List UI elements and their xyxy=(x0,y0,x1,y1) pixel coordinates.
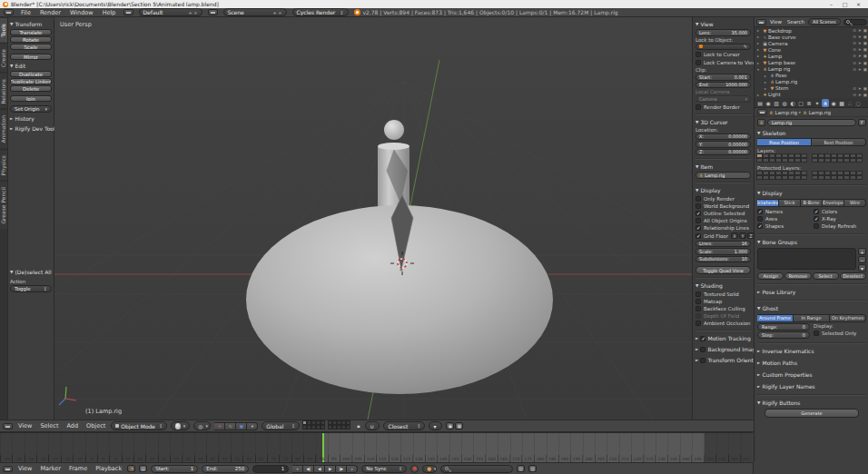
bone-group-specials-button[interactable]: ▾ xyxy=(858,264,866,272)
outliner-row[interactable]: ▸ ☀ Light ⊙➤▣ xyxy=(755,92,868,98)
clip-end-field[interactable]: End:1000.000 xyxy=(695,82,751,89)
display-checkbox[interactable]: All Object Origins xyxy=(695,217,751,224)
viewport-shading-select[interactable]: ▾ xyxy=(171,421,190,430)
lock-camera-checkbox[interactable]: Lock Camera to View xyxy=(695,59,751,66)
layer-cell[interactable] xyxy=(782,158,788,163)
editor-type-icon[interactable] xyxy=(757,109,767,115)
datablock-name-field[interactable]: Lamp.rig xyxy=(767,119,856,126)
insert-keyframe-icon[interactable]: ▨ xyxy=(517,465,525,472)
mirror-button[interactable]: Mirror xyxy=(10,54,52,60)
outliner-row[interactable]: ▾ ⋔ Lamp rig ⊙➤▣ xyxy=(755,66,868,73)
playback-button[interactable]: ◀| xyxy=(303,465,314,473)
bone-groups-list[interactable] xyxy=(757,248,856,270)
menu-item[interactable]: File xyxy=(19,9,33,16)
collapsed-panel-header[interactable]: ►Background Images xyxy=(695,346,751,352)
outliner-search-input[interactable] xyxy=(843,19,867,25)
grid-slider[interactable]: Lines:16 xyxy=(695,241,751,248)
history-panel-header[interactable]: ►History xyxy=(10,115,52,122)
ghost-mode-button[interactable]: In Range xyxy=(794,314,830,322)
bone-group-action-button[interactable]: Deselect xyxy=(840,272,866,280)
transform-panel-header[interactable]: ▼Transform xyxy=(10,21,52,27)
layer-cell[interactable] xyxy=(812,158,818,163)
layer-cell[interactable] xyxy=(843,158,850,163)
lens-slider[interactable]: Lens:35.000 xyxy=(695,29,751,36)
view3d-menu[interactable]: Object xyxy=(84,422,107,430)
end-frame-field[interactable]: End:250 xyxy=(202,465,249,473)
timeline-menu[interactable]: Marker xyxy=(38,465,62,472)
display-option-checkbox[interactable]: Axes xyxy=(757,215,810,222)
viewport-3d[interactable]: User Persp (1) Lamp.rig xyxy=(54,17,692,420)
pose-mode-button[interactable]: Rest Position xyxy=(812,138,866,146)
join-button[interactable]: Join xyxy=(10,95,52,102)
toolshelf-button[interactable]: Duplicate xyxy=(10,71,52,77)
playback-button[interactable]: ◀ xyxy=(314,465,325,473)
set-origin-menu[interactable]: Set Origin▾ xyxy=(10,105,52,113)
layer-cell[interactable] xyxy=(843,175,850,180)
layer-cell[interactable] xyxy=(831,158,837,163)
outliner-row[interactable]: ▸ ▣ Camera ⊙➤▣ xyxy=(755,40,868,46)
axis-toggle[interactable]: Z xyxy=(747,232,754,239)
cursor-location-field[interactable]: Z:0.00000 xyxy=(695,149,751,156)
layer-cell[interactable] xyxy=(769,175,775,180)
bone-groups-panel-header[interactable]: ▼Bone Groups xyxy=(757,239,866,245)
outliner-row[interactable]: ▸ ▼ Lamp base ⊙➤▣ xyxy=(755,59,868,65)
toolshelf-button[interactable]: Duplicate Linked xyxy=(10,78,52,84)
layer-cell[interactable] xyxy=(788,158,794,163)
scene-select[interactable]: Scene+ × xyxy=(223,8,287,16)
view3d-menu[interactable]: Add xyxy=(65,422,81,430)
editor-type-icon[interactable] xyxy=(756,19,766,25)
bone-group-action-button[interactable]: Assign xyxy=(757,272,784,280)
timeline-menu[interactable]: View xyxy=(16,465,34,472)
properties-tab-icon[interactable]: ◌ xyxy=(854,99,862,107)
ghost-panel-header[interactable]: ▼Ghost xyxy=(757,305,866,311)
toolshelf-tab[interactable]: Physics xyxy=(0,149,7,181)
properties-tab-icon[interactable]: ◉ xyxy=(830,99,837,107)
outliner-scope-select[interactable]: All Scenes↕ xyxy=(808,18,841,25)
display-panel-header[interactable]: ▼Display xyxy=(695,187,751,193)
collapsed-panel-header[interactable]: ►Custom Properties xyxy=(757,371,866,378)
pivot-center-select[interactable]: ◎▾ xyxy=(193,421,211,430)
display-option-checkbox[interactable]: X-Ray xyxy=(814,215,866,222)
start-frame-field[interactable]: Start:1 xyxy=(151,465,198,473)
layer-cell[interactable] xyxy=(824,175,831,180)
display-checkbox[interactable]: Outline Selected xyxy=(695,210,751,217)
close-button[interactable]: × xyxy=(852,1,865,7)
screen-layout-icon[interactable] xyxy=(123,9,133,15)
mode-select[interactable]: Object Mode↕ xyxy=(111,421,167,430)
layer-cell[interactable] xyxy=(775,158,782,163)
display-panel-header[interactable]: ▼Display xyxy=(757,190,866,196)
layer-cell[interactable] xyxy=(756,158,763,163)
grid-floor-checkbox[interactable]: Grid Floor XYZ xyxy=(695,232,751,240)
ghost-step-slider[interactable]: Step:0 xyxy=(757,331,810,339)
playback-button[interactable]: « xyxy=(292,465,303,473)
scene-icon[interactable] xyxy=(208,9,218,15)
playback-button[interactable]: » xyxy=(347,465,358,473)
generate-button[interactable]: Generate xyxy=(764,409,859,418)
snap-toggle[interactable]: ∪ xyxy=(365,421,380,430)
manipulator-icon[interactable]: ↻ xyxy=(225,422,236,430)
delete-keyframe-icon[interactable]: ▧ xyxy=(528,465,537,472)
layer-cell[interactable] xyxy=(812,175,818,180)
shading-checkbox[interactable]: Backface Culling xyxy=(695,305,751,312)
shading-panel-header[interactable]: ▼Shading xyxy=(695,282,751,289)
layer-cell[interactable] xyxy=(801,175,807,180)
add-bone-group-button[interactable]: + xyxy=(858,248,866,255)
grid-slider[interactable]: Scale:1.000 xyxy=(695,248,751,255)
ghost-mode-button[interactable]: On Keyframes xyxy=(830,314,866,322)
toolshelf-tab[interactable]: Animation xyxy=(0,109,7,149)
toolshelf-tab[interactable]: Tools xyxy=(0,17,7,43)
bone-group-action-button[interactable]: Remove xyxy=(784,272,811,280)
properties-tab-icon[interactable]: ✦ xyxy=(814,99,821,107)
editor-type-icon[interactable] xyxy=(3,466,13,472)
render-engine-select[interactable]: Cycles Render↕ xyxy=(292,8,349,16)
layer-cell[interactable] xyxy=(837,175,843,180)
properties-tab-icon[interactable]: ▤ xyxy=(756,99,764,107)
collapsed-panel-header[interactable]: ►Inverse Kinematics xyxy=(757,348,866,354)
axis-toggle[interactable]: Y xyxy=(739,232,746,239)
collapsed-panel-header[interactable]: ►Motion Tracking xyxy=(695,335,751,341)
layer-cell[interactable] xyxy=(769,158,775,163)
manipulator-icon[interactable]: ▾ xyxy=(247,422,258,430)
axis-toggle[interactable]: X xyxy=(731,232,738,239)
layer-cell[interactable] xyxy=(818,175,824,180)
pose-mode-button[interactable]: Pose Position xyxy=(757,138,812,146)
